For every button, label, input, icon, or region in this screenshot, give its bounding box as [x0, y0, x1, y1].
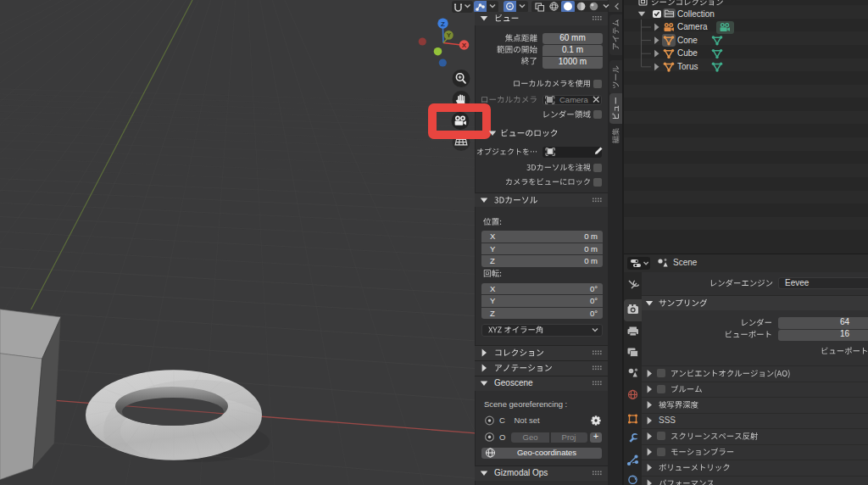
- svg-text:X: X: [462, 42, 467, 49]
- svg-text:Z: Z: [441, 20, 445, 28]
- svg-text:Y: Y: [447, 31, 452, 39]
